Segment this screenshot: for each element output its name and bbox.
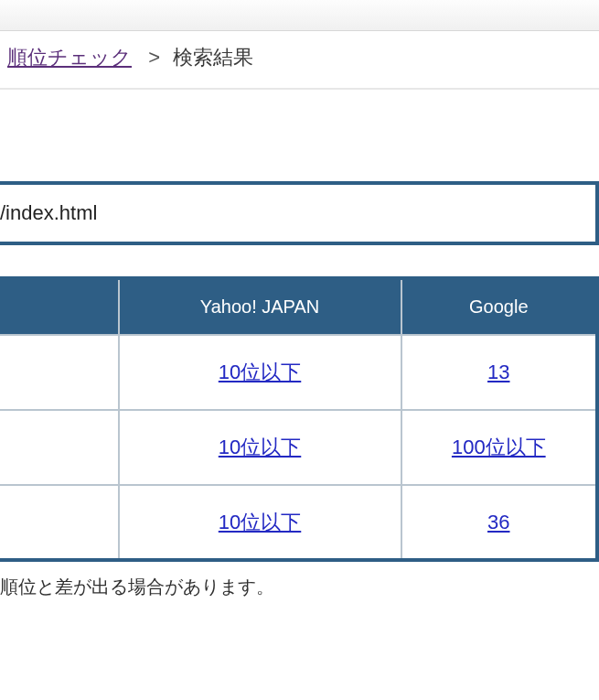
footnote: 順位と差が出る場合があります。 (0, 562, 599, 599)
rank-link-google[interactable]: 36 (487, 511, 509, 533)
table-header-yahoo: Yahoo! JAPAN (119, 278, 401, 335)
table-header-google: Google (401, 278, 597, 335)
table-row: 10位以下 13 (0, 335, 597, 410)
breadcrumb-separator: > (148, 46, 160, 70)
table-cell-left (0, 410, 119, 485)
rank-link-yahoo[interactable]: 10位以下 (219, 361, 301, 383)
table-cell-yahoo: 10位以下 (119, 410, 401, 485)
url-text: /index.html (0, 201, 97, 224)
table-row: 10位以下 36 (0, 485, 597, 560)
window-topbar (0, 0, 599, 31)
table-cell-google: 13 (401, 335, 597, 410)
url-box: /index.html (0, 181, 599, 245)
table-header-row: Yahoo! JAPAN Google (0, 278, 597, 335)
table-header-left (0, 278, 119, 335)
breadcrumb: 順位チェック > 検索結果 (0, 31, 599, 88)
breadcrumb-current: 検索結果 (173, 46, 253, 69)
main-content: /index.html Yahoo! JAPAN Google 10位以下 13 (0, 90, 599, 599)
table-cell-google: 100位以下 (401, 410, 597, 485)
table-cell-left (0, 485, 119, 560)
rank-link-google[interactable]: 13 (487, 361, 509, 383)
breadcrumb-link-rank-check[interactable]: 順位チェック (7, 46, 132, 69)
rank-link-yahoo[interactable]: 10位以下 (219, 436, 301, 458)
table-cell-left (0, 335, 119, 410)
table-cell-google: 36 (401, 485, 597, 560)
results-table: Yahoo! JAPAN Google 10位以下 13 10位以下 (0, 276, 599, 562)
rank-link-yahoo[interactable]: 10位以下 (219, 511, 301, 533)
table-cell-yahoo: 10位以下 (119, 485, 401, 560)
rank-link-google[interactable]: 100位以下 (452, 436, 546, 458)
table-cell-yahoo: 10位以下 (119, 335, 401, 410)
table-row: 10位以下 100位以下 (0, 410, 597, 485)
